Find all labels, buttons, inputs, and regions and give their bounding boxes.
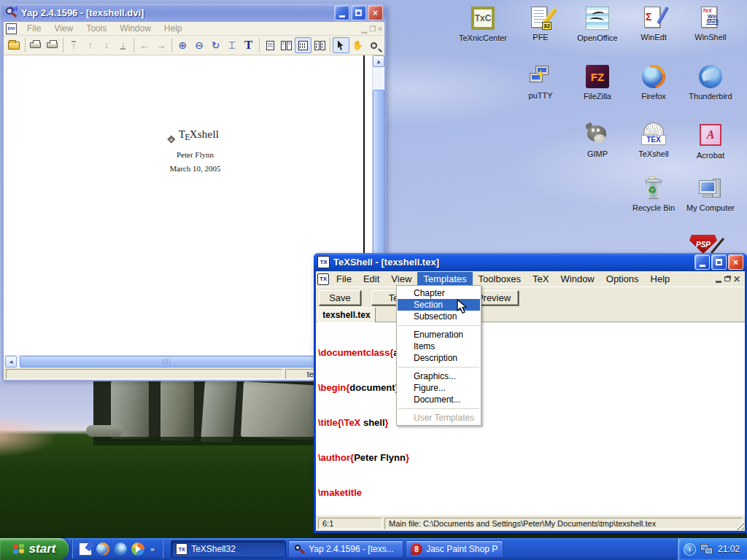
magnifier-tool-button[interactable] [365, 37, 382, 53]
page-ruler-view-button[interactable] [295, 37, 311, 53]
texshell-titlebar[interactable]: TX TeXShell - [texshell.tex] × [314, 253, 747, 271]
yap-menu-help[interactable]: Help [158, 23, 188, 34]
scroll-up-icon[interactable]: ▲ [373, 55, 384, 67]
yap-menu-window[interactable]: Window [114, 23, 157, 34]
menu-item-chapter[interactable]: Chapter [397, 287, 481, 299]
mdi-minimize-icon[interactable] [716, 281, 721, 283]
desktop-icon-thunderbird[interactable]: Thunderbird [682, 64, 739, 101]
recycle-bin-icon: ♻ [641, 176, 666, 201]
start-button[interactable]: start [0, 538, 69, 560]
yap-mdi-close-icon[interactable]: × [378, 25, 382, 33]
texshell-menu-options[interactable]: Options [600, 272, 645, 286]
zoom-in-button[interactable]: ⊕ [174, 37, 191, 53]
yap-menu-tools[interactable]: Tools [80, 23, 112, 34]
desktop-icon-recycle-bin[interactable]: ♻ Recycle Bin [625, 176, 682, 212]
next-page-button[interactable]: ↓ [98, 37, 115, 53]
tray-collapse-chevron[interactable]: ‹ [684, 543, 696, 556]
texshell-menu-window[interactable]: Window [555, 272, 600, 286]
mdi-close-icon[interactable]: ✕ [733, 275, 740, 284]
yap-close-button[interactable]: × [368, 5, 383, 20]
desktop-icon-openoffice[interactable]: OpenOffice [569, 6, 626, 42]
media-player-quicklaunch-icon[interactable] [131, 542, 144, 556]
mdi-restore-icon[interactable] [724, 276, 730, 281]
yap-titlebar[interactable]: dvi Yap 2.4.1596 - [texshell.dvi] × [1, 4, 387, 22]
last-page-button[interactable]: ↓ [115, 37, 131, 53]
previous-page-button[interactable]: ↑ [82, 37, 98, 53]
print-button[interactable] [28, 37, 44, 53]
save-button[interactable]: Save [319, 290, 361, 306]
texshell-editor[interactable]: \documentclass{a \begin{document} \title… [316, 322, 745, 516]
desktop-icon-firefox[interactable]: Firefox [625, 64, 682, 101]
first-page-button[interactable]: ↑ [66, 37, 82, 53]
yap-mdi-minimize-icon[interactable]: ▁ [361, 25, 367, 33]
desktop-icon-paint-shop-pro[interactable]: PSP [689, 235, 717, 254]
menu-item-items[interactable]: Items [397, 341, 481, 352]
edit-source-button[interactable]: Ꮖ [224, 37, 241, 53]
yap-hscroll-thumb[interactable] [20, 356, 314, 368]
menu-item-document[interactable]: Document... [397, 394, 481, 405]
hand-tool-button[interactable]: ✋ [349, 37, 366, 53]
taskbar-clock: 21:02 [718, 544, 740, 554]
yap-menu-file[interactable]: File [21, 23, 47, 34]
menu-item-user-templates: User Templates [397, 412, 481, 424]
show-desktop-icon[interactable] [79, 542, 92, 556]
desktop-icon-filezilla[interactable]: FZ FileZilla [569, 64, 626, 101]
desktop-icon-pfe[interactable]: 32 PFE [512, 6, 569, 42]
taskbar-separator[interactable] [160, 540, 165, 559]
desktop-icon-winshell[interactable]: TeX Win Shell WinShell [682, 6, 739, 42]
texshell-menu-tex[interactable]: TeX [527, 272, 554, 286]
taskbar: start » TX TeXShell32 Yap 2.4.1596 - [te… [0, 538, 747, 560]
stone [160, 381, 194, 440]
scroll-left-icon[interactable]: ◄ [5, 356, 17, 368]
back-button[interactable]: ← [136, 37, 153, 53]
taskbutton-yap[interactable]: Yap 2.4.1596 - [texs... [288, 540, 403, 558]
menu-item-figure[interactable]: Figure... [397, 382, 481, 394]
refresh-button[interactable]: ↻ [207, 37, 224, 53]
menu-item-graphics[interactable]: Graphics... [397, 370, 481, 382]
forward-button[interactable]: → [153, 37, 170, 53]
texshell-menu-file[interactable]: File [330, 272, 357, 286]
texshell-menu-view[interactable]: View [385, 272, 417, 286]
menu-item-enumeration[interactable]: Enumeration [397, 329, 481, 341]
yap-menu-view[interactable]: View [48, 23, 79, 34]
texshell-menu-toolboxes[interactable]: Toolboxes [473, 272, 527, 286]
zoom-out-button[interactable]: ⊖ [191, 37, 208, 53]
desktop-icon-winedt[interactable]: Σ WinEdt [625, 6, 682, 42]
yap-menubar: DVI File View Tools Window Help ▁ ❐ × [4, 22, 384, 36]
desktop-icon-putty[interactable]: puTTY [512, 64, 569, 100]
yap-maximize-button[interactable] [351, 5, 366, 20]
desktop-icon-texshell[interactable]: TEX TeXshell [625, 122, 682, 158]
print-page-button[interactable] [44, 37, 61, 53]
single-page-view-button[interactable] [262, 37, 279, 53]
yap-mdi-restore-icon[interactable]: ❐ [369, 25, 376, 33]
texshell-menu-templates[interactable]: Templates [417, 272, 472, 286]
window-resize-grip[interactable] [735, 521, 744, 530]
desktop-icon-texniccenter[interactable]: TxC TeXnicCenter [454, 6, 511, 42]
desktop-icon-acrobat[interactable]: A Acrobat [682, 122, 739, 160]
texshell-menu-edit[interactable]: Edit [357, 272, 385, 286]
texshell-close-button[interactable]: × [728, 254, 743, 270]
texshell-menu-help[interactable]: Help [645, 272, 676, 286]
network-icon[interactable] [700, 543, 713, 555]
pointer-tool-button[interactable] [333, 37, 349, 53]
task-buttons: TX TeXShell32 Yap 2.4.1596 - [texs... 8 … [171, 540, 503, 558]
text-mode-button[interactable]: T [240, 37, 257, 53]
quicklaunch-overflow-chevron[interactable]: » [149, 545, 156, 553]
desktop-icon-my-computer[interactable]: My Computer [682, 176, 739, 212]
taskbar-separator[interactable] [70, 540, 74, 559]
tab-texshell-tex[interactable]: texshell.tex [317, 307, 376, 322]
taskbutton-paint-shop-pro[interactable]: 8 Jasc Paint Shop Pro [406, 540, 503, 558]
menu-separator [398, 325, 479, 326]
yap-minimize-button[interactable] [334, 5, 349, 20]
texshell-maximize-button[interactable] [711, 254, 727, 270]
texshell-minimize-button[interactable] [694, 254, 710, 270]
two-page-ruler-view-button[interactable] [311, 37, 328, 53]
desktop-icon-gimp[interactable]: GIMP [569, 122, 626, 158]
two-page-view-button[interactable] [279, 37, 295, 53]
thunderbird-quicklaunch-icon[interactable] [114, 542, 127, 556]
menu-item-description[interactable]: Description [397, 352, 481, 364]
open-file-button[interactable] [6, 37, 23, 53]
taskbutton-texshell32[interactable]: TX TeXShell32 [171, 540, 286, 558]
winshell-icon: TeX Win Shell [698, 6, 723, 31]
firefox-quicklaunch-icon[interactable] [96, 542, 109, 556]
